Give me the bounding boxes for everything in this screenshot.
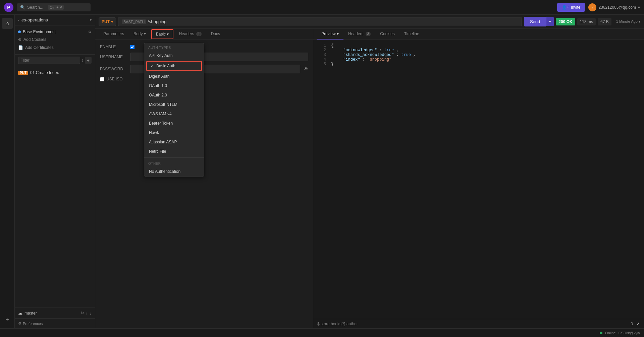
dropdown-item-no-auth[interactable]: No Authentication	[144, 167, 204, 176]
user-menu[interactable]: 2 236212005@qq.com ▾	[588, 3, 640, 11]
tab-headers[interactable]: Headers 1	[174, 29, 206, 40]
method-label: PUT	[102, 19, 110, 24]
enable-checkbox[interactable]	[130, 45, 135, 49]
send-button-group: Send ▾	[524, 17, 554, 26]
add-certificates-label: Add Certificates	[25, 45, 54, 50]
home-icon: ⌂	[6, 20, 9, 26]
request-list: PUT 01.Create Index	[15, 66, 95, 308]
app-logo: P	[4, 3, 13, 12]
response-footer: 0 ⤢	[313, 319, 644, 328]
add-request-button[interactable]: +	[85, 57, 92, 64]
dropdown-item-atlassian[interactable]: Atlassian ASAP	[144, 137, 204, 147]
collections-sidebar: ‹ es-operations ▾ Base Environment ⚙ ⊕ A…	[15, 15, 95, 328]
dropdown-item-api-key[interactable]: API Key Auth	[144, 51, 204, 60]
status-bar-right: Online CSDN/@kyiv	[600, 331, 640, 335]
dropdown-item-ntlm[interactable]: Microsoft NTLM	[144, 100, 204, 109]
response-line-2: 2 "acknowledged" : true ,	[318, 48, 639, 53]
jsonpath-input[interactable]	[317, 322, 627, 326]
preferences-button[interactable]: ⚙ Preferences	[18, 321, 92, 326]
env-settings-icon[interactable]: ⚙	[88, 30, 92, 34]
request-name: 01.Create Index	[30, 70, 59, 75]
method-select[interactable]: PUT ▾	[99, 17, 116, 26]
url-path: /shopping	[148, 19, 166, 24]
request-panel: Parameters Body ▾ Basic ▾ Headers 1	[95, 29, 313, 328]
status-badges: 200 OK 118 ms 67 B	[556, 18, 611, 25]
icon-sidebar: ⌂ +	[0, 15, 15, 328]
dropdown-item-digest[interactable]: Digest Auth	[144, 72, 204, 81]
tab-response-headers[interactable]: Headers 3	[343, 29, 375, 40]
send-button[interactable]: Send	[524, 17, 546, 26]
sync-icon[interactable]: ↻	[81, 311, 84, 315]
tab-body[interactable]: Body ▾	[129, 29, 151, 40]
tab-cookies[interactable]: Cookies	[375, 29, 399, 40]
sidebar-header: ‹ es-operations ▾	[15, 15, 95, 25]
dropdown-item-oauth2[interactable]: OAuth 2.0	[144, 90, 204, 100]
branch-name: master	[24, 311, 79, 316]
search-bar[interactable]: 🔍 Search... Ctrl + P	[17, 3, 91, 11]
send-dropdown-button[interactable]: ▾	[546, 17, 554, 26]
upload-icon[interactable]: ↑	[86, 311, 88, 315]
url-input-area[interactable]: BASE_PATH /shopping	[118, 17, 522, 26]
add-cookies-row[interactable]: ⊕ Add Cookies	[18, 36, 92, 44]
add-cookies-label: Add Cookies	[23, 37, 46, 42]
response-tabs-bar: Preview ▾ Headers 3 Cookies Timeline	[313, 29, 644, 40]
other-section-label: OTHER	[144, 159, 204, 167]
response-content: 1 { 2 "acknowledged" : true , 3	[313, 40, 644, 319]
list-item[interactable]: PUT 01.Create Index	[15, 68, 95, 77]
user-chevron-icon: ▾	[638, 5, 640, 10]
eye-icon[interactable]: 👁	[304, 66, 308, 72]
tab-docs[interactable]: Docs	[206, 29, 225, 40]
add-certificates-row[interactable]: 📄 Add Certificates	[18, 44, 92, 52]
use-iso-checkbox[interactable]	[100, 77, 104, 81]
response-line-1: 1 {	[318, 43, 639, 48]
invite-button[interactable]: 👤+ Invite	[557, 3, 585, 12]
response-time-badge: 118 ms	[577, 18, 596, 25]
result-count: 0	[631, 322, 633, 326]
dropdown-item-aws[interactable]: AWS IAM v4	[144, 109, 204, 119]
tab-auth[interactable]: Basic ▾	[151, 29, 174, 39]
tab-preview[interactable]: Preview ▾	[317, 29, 343, 40]
response-line-3: 3 "shards_acknowledged" : true ,	[318, 53, 639, 57]
status-bar: Online CSDN/@kyiv	[0, 328, 644, 337]
request-tabs-bar: Parameters Body ▾ Basic ▾ Headers 1	[95, 29, 313, 40]
collection-chevron-icon[interactable]: ▾	[90, 18, 92, 22]
add-icon: +	[5, 316, 9, 323]
online-indicator	[600, 332, 602, 334]
timestamp[interactable]: 1 Minute Ago ▾	[616, 19, 641, 24]
dropdown-item-hawk[interactable]: Hawk	[144, 128, 204, 137]
sort-icon[interactable]: ↕	[82, 58, 84, 63]
home-icon-button[interactable]: ⌂	[2, 18, 13, 29]
auth-types-section-label: AUTH TYPES	[144, 43, 204, 51]
base-path-badge: BASE_PATH	[122, 19, 146, 24]
filter-input[interactable]	[18, 57, 80, 64]
topbar: P 🔍 Search... Ctrl + P 👤+ Invite 2 23621…	[0, 0, 644, 15]
add-workspace-button[interactable]: +	[2, 314, 13, 325]
dropdown-item-netrc[interactable]: Netrc File	[144, 147, 204, 156]
avatar: 2	[588, 3, 596, 11]
add-certificates-icon: 📄	[18, 45, 23, 50]
main-content: PUT ▾ BASE_PATH /shopping Send ▾ 200 OK …	[95, 15, 644, 328]
status-code-badge: 200 OK	[556, 18, 575, 25]
expand-icon[interactable]: ⤢	[636, 321, 640, 326]
preferences-area: ⚙ Preferences	[15, 318, 95, 328]
collapse-button[interactable]: ‹	[18, 18, 19, 22]
dropdown-item-basic[interactable]: ✓ Basic Auth	[146, 61, 202, 71]
method-badge: PUT	[18, 71, 28, 75]
filter-row: ↕ +	[15, 55, 95, 66]
preferences-icon: ⚙	[18, 321, 21, 326]
response-size-badge: 67 B	[598, 18, 611, 25]
response-panel: Preview ▾ Headers 3 Cookies Timeline	[313, 29, 644, 328]
env-dot	[18, 30, 21, 33]
collection-name: es-operations	[21, 17, 88, 22]
env-name: Base Environment	[23, 29, 86, 34]
invite-icon: 👤+	[562, 5, 569, 10]
search-icon: 🔍	[20, 5, 25, 10]
tab-parameters[interactable]: Parameters	[99, 29, 129, 40]
download-icon[interactable]: ↓	[90, 311, 92, 315]
dropdown-item-bearer[interactable]: Bearer Token	[144, 119, 204, 128]
tab-timeline[interactable]: Timeline	[399, 29, 424, 40]
cloud-icon: ☁	[18, 311, 22, 316]
url-bar: PUT ▾ BASE_PATH /shopping Send ▾ 200 OK …	[95, 15, 644, 29]
dropdown-separator	[144, 157, 204, 158]
dropdown-item-oauth1[interactable]: OAuth 1.0	[144, 81, 204, 90]
